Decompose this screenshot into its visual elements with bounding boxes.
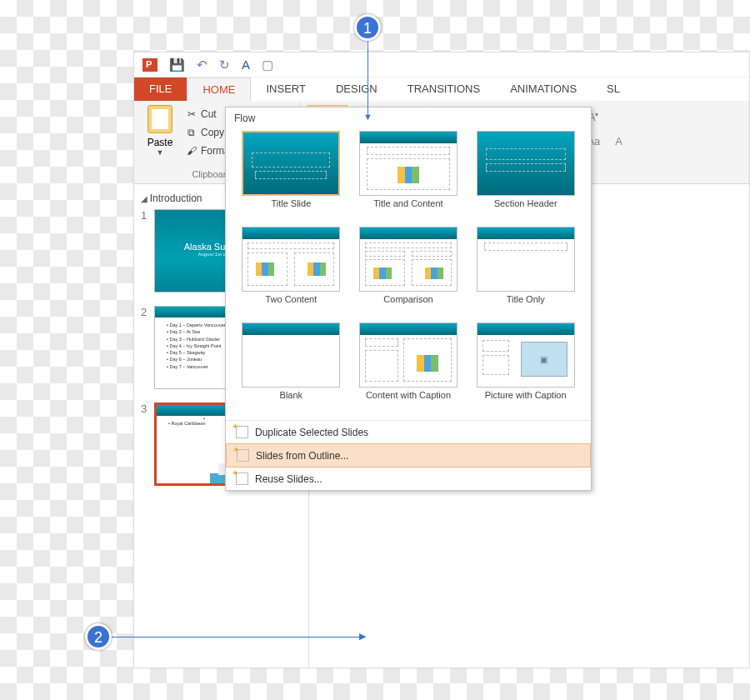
gallery-theme-label: Flow bbox=[226, 108, 591, 128]
redo-icon[interactable]: ↻ bbox=[219, 58, 230, 72]
paste-icon bbox=[148, 105, 172, 133]
thumb-1-number: 1 bbox=[141, 209, 149, 292]
tab-transitions[interactable]: TRANSITIONS bbox=[392, 78, 495, 101]
layout-title-content[interactable]: Title and Content bbox=[352, 131, 466, 220]
cmd-duplicate-slides[interactable]: Duplicate Selected Slides bbox=[226, 421, 591, 443]
paste-button[interactable]: Paste ▼ bbox=[141, 105, 179, 160]
tab-slideshow[interactable]: SL bbox=[592, 78, 635, 101]
touch-mode-icon[interactable]: A bbox=[242, 58, 250, 72]
callout-2-line bbox=[112, 637, 362, 638]
outline-icon bbox=[237, 449, 249, 462]
layout-title-only[interactable]: Title Only bbox=[468, 227, 582, 316]
duplicate-icon bbox=[236, 426, 248, 438]
tab-animations[interactable]: ANIMATIONS bbox=[495, 78, 592, 101]
reuse-icon bbox=[236, 472, 248, 485]
callout-1-line bbox=[368, 41, 368, 116]
brush-icon: 🖌 bbox=[186, 145, 197, 157]
callout-1: 1 bbox=[354, 14, 381, 41]
tab-home[interactable]: HOME bbox=[187, 78, 251, 101]
layout-picture-caption[interactable]: ▣ Picture with Caption bbox=[468, 322, 582, 412]
cmd-duplicate-label: Duplicate Selected Slides bbox=[255, 427, 368, 438]
layout-title-slide[interactable]: Title Slide bbox=[234, 131, 348, 220]
scissors-icon: ✂ bbox=[186, 108, 197, 120]
layout-content-caption[interactable]: Content with Caption bbox=[352, 322, 466, 412]
callout-2: 2 bbox=[85, 623, 112, 650]
tab-insert[interactable]: INSERT bbox=[251, 78, 320, 101]
copy-icon: ⧉ bbox=[186, 127, 197, 138]
cmd-reuse-label: Reuse Slides... bbox=[255, 473, 322, 485]
layout-two-content[interactable]: Two Content bbox=[234, 227, 348, 316]
app-icon bbox=[142, 58, 158, 72]
cmd-reuse-slides[interactable]: Reuse Slides... bbox=[226, 468, 591, 490]
cmd-outline-label: Slides from Outline... bbox=[256, 450, 348, 462]
thumb-3-number: 3 bbox=[141, 402, 149, 486]
layout-blank[interactable]: Blank bbox=[234, 322, 348, 412]
clear-format-button[interactable]: A bbox=[612, 135, 626, 148]
thumb-2-number: 2 bbox=[141, 306, 149, 389]
undo-icon[interactable]: ↶ bbox=[197, 58, 208, 72]
cmd-slides-from-outline[interactable]: Slides from Outline... bbox=[226, 443, 591, 468]
new-slide-gallery: Flow Title Slide Title and Content Secti… bbox=[225, 107, 592, 491]
tab-file[interactable]: FILE bbox=[134, 78, 187, 101]
new-doc-icon[interactable]: ▢ bbox=[262, 58, 273, 72]
layout-section-header[interactable]: Section Header bbox=[468, 131, 582, 220]
cut-label: Cut bbox=[201, 108, 217, 120]
ribbon-tabs: FILE HOME INSERT DESIGN TRANSITIONS ANIM… bbox=[134, 78, 749, 101]
copy-label: Copy bbox=[201, 127, 224, 138]
save-icon[interactable]: 💾 bbox=[169, 58, 185, 72]
paste-label: Paste bbox=[148, 137, 173, 148]
tab-design[interactable]: DESIGN bbox=[321, 78, 392, 101]
layout-comparison[interactable]: Comparison bbox=[352, 227, 466, 316]
quick-access-toolbar: 💾 ↶ ↻ A ▢ bbox=[134, 52, 749, 78]
